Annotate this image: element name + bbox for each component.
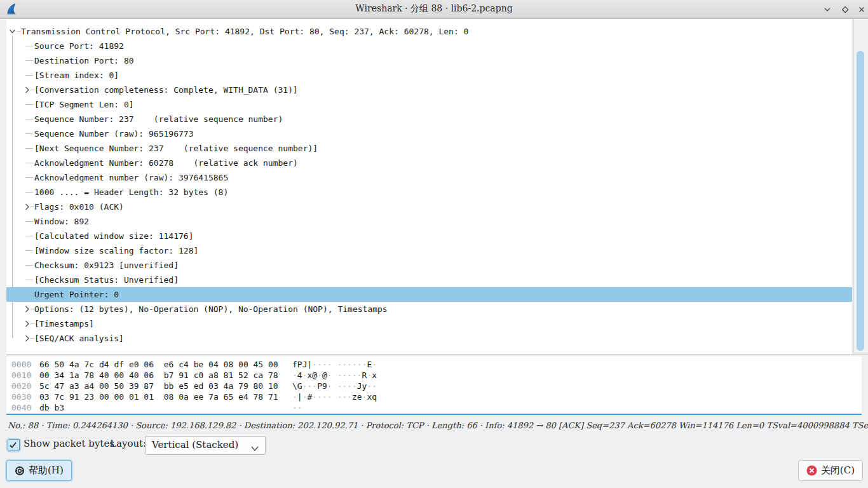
tree-row[interactable]: [Window size scaling factor: 128] xyxy=(6,243,852,258)
tree-row[interactable]: Acknowledgment number (raw): 3976415865 xyxy=(6,170,852,185)
help-button[interactable]: 帮助(H) xyxy=(6,460,72,481)
hex-offset: 0000 xyxy=(11,359,31,370)
hex-ascii: \G···P9· ····Jy·· xyxy=(292,381,377,391)
hex-offset: 0020 xyxy=(11,381,31,391)
tree-row-label: [Checksum Status: Unverified] xyxy=(34,273,179,287)
tree-row[interactable]: Transmission Control Protocol, Src Port:… xyxy=(6,24,852,39)
titlebar: Wireshark · 分组 88 · lib6-2.pcapng xyxy=(0,0,868,19)
tree-row-label: [Conversation completeness: Complete, WI… xyxy=(34,83,298,97)
show-packet-bytes-label: Show packet bytes xyxy=(24,438,114,449)
vertical-scrollbar[interactable] xyxy=(853,19,868,354)
close-button[interactable]: 关闭(C) xyxy=(798,460,863,481)
close-button-label: 关闭(C) xyxy=(821,464,855,477)
hex-bytes: 00 34 1a 78 40 00 40 06 b7 91 c0 a8 81 5… xyxy=(39,370,278,381)
tree-row-label: [TCP Segment Len: 0] xyxy=(34,97,134,112)
minimize-button[interactable] xyxy=(822,4,832,15)
layout-dropdown[interactable]: Vertical (Stacked) xyxy=(145,436,266,455)
hex-ascii: ·|·#···· ···ze·xq xyxy=(292,391,377,402)
tree-row-label: Sequence Number (raw): 965196773 xyxy=(34,126,193,141)
close-window-button[interactable] xyxy=(857,4,867,15)
tree-row-label: 1000 .... = Header Length: 32 bytes (8) xyxy=(34,185,228,200)
hex-ascii: ·· xyxy=(292,402,302,413)
tree-row-label: Urgent Pointer: 0 xyxy=(34,287,119,302)
show-packet-bytes-checkbox[interactable] xyxy=(8,439,20,451)
tree-row-label: Source Port: 41892 xyxy=(34,39,124,53)
hex-bytes: 5c 47 a3 a4 00 50 39 87 bb e5 ed 03 4a 7… xyxy=(39,381,278,391)
hex-row[interactable]: 000066 50 4a 7c d4 df e0 06 e6 c4 be 04 … xyxy=(6,359,862,370)
help-button-label: 帮助(H) xyxy=(29,464,64,477)
tree-row-label: [Stream index: 0] xyxy=(34,68,119,83)
tree-row[interactable]: Window: 892 xyxy=(6,214,852,229)
tree-row[interactable]: Flags: 0x010 (ACK) xyxy=(6,200,852,214)
tree-row[interactable]: [Conversation completeness: Complete, WI… xyxy=(6,83,852,97)
dialog-controls: Show packet bytes Layout: Vertical (Stac… xyxy=(0,436,868,455)
tree-row[interactable]: [Stream index: 0] xyxy=(6,68,852,83)
tree-row-label: Acknowledgment Number: 60278 (relative a… xyxy=(34,156,298,170)
tree-row[interactable]: Checksum: 0x9123 [unverified] xyxy=(6,258,852,273)
packet-detail-tree[interactable]: Transmission Control Protocol, Src Port:… xyxy=(6,19,852,354)
tree-row[interactable]: Acknowledgment Number: 60278 (relative a… xyxy=(6,156,852,170)
tree-row[interactable]: 1000 .... = Header Length: 32 bytes (8) xyxy=(6,185,852,200)
hex-offset: 0010 xyxy=(11,370,31,381)
tree-row-label: Options: (12 bytes), No-Operation (NOP),… xyxy=(34,302,388,316)
hex-bytes: 66 50 4a 7c d4 df e0 06 e6 c4 be 04 08 0… xyxy=(39,359,278,370)
tree-row-label: [SEQ/ACK analysis] xyxy=(34,331,124,346)
vertical-scrollbar-thumb[interactable] xyxy=(857,51,864,351)
tree-row-label: [Window size scaling factor: 128] xyxy=(34,243,198,258)
tree-row[interactable]: [Next Sequence Number: 237 (relative seq… xyxy=(6,141,852,156)
tree-row-label: Destination Port: 80 xyxy=(34,53,134,68)
tree-row-label: Transmission Control Protocol, Src Port:… xyxy=(21,24,468,39)
hex-row[interactable]: 00205c 47 a3 a4 00 50 39 87 bb e5 ed 03 … xyxy=(6,381,862,391)
hex-offset: 0030 xyxy=(11,391,31,402)
hex-bytes: db b3 xyxy=(39,402,64,413)
packet-detail-pane: Transmission Control Protocol, Src Port:… xyxy=(6,19,868,355)
packet-bytes-pane[interactable]: 000066 50 4a 7c d4 df e0 06 e6 c4 be 04 … xyxy=(6,356,862,415)
tree-row[interactable]: Sequence Number (raw): 965196773 xyxy=(6,126,852,141)
tree-row-label: Sequence Number: 237 (relative sequence … xyxy=(34,112,283,126)
help-icon xyxy=(15,466,25,476)
tree-row-label: Flags: 0x010 (ACK) xyxy=(34,200,124,214)
hex-row[interactable]: 001000 34 1a 78 40 00 40 06 b7 91 c0 a8 … xyxy=(6,370,862,381)
layout-label: Layout: xyxy=(110,438,146,449)
tree-row[interactable]: [TCP Segment Len: 0] xyxy=(6,97,852,112)
hex-offset: 0040 xyxy=(11,402,31,413)
tree-row[interactable]: Destination Port: 80 xyxy=(6,53,852,68)
checkmark-icon xyxy=(9,441,17,449)
hex-ascii: ·4·x@·@· ·····R·x xyxy=(292,370,377,381)
hex-row[interactable]: 0040db b3·· xyxy=(6,402,862,413)
hex-ascii: fPJ|···· ······E· xyxy=(292,359,377,370)
tree-row[interactable]: Source Port: 41892 xyxy=(6,39,852,53)
tree-row-label: Window: 892 xyxy=(34,214,89,229)
close-red-icon xyxy=(806,465,817,476)
tree-row[interactable]: [Timestamps] xyxy=(6,316,852,331)
tree-row-label: [Timestamps] xyxy=(34,316,94,331)
tree-row[interactable]: [SEQ/ACK analysis] xyxy=(6,331,852,346)
layout-dropdown-value: Vertical (Stacked) xyxy=(152,439,238,451)
hex-bytes: 03 7c 91 23 00 00 01 01 08 0a ee 7a 65 e… xyxy=(39,391,278,402)
tree-row-label: Acknowledgment number (raw): 3976415865 xyxy=(34,170,228,185)
maximize-button[interactable] xyxy=(840,4,850,15)
tree-row[interactable]: [Calculated window size: 114176] xyxy=(6,229,852,243)
tree-row[interactable]: Sequence Number: 237 (relative sequence … xyxy=(6,112,852,126)
hex-row[interactable]: 003003 7c 91 23 00 00 01 01 08 0a ee 7a … xyxy=(6,391,862,402)
window-title: Wireshark · 分组 88 · lib6-2.pcapng xyxy=(0,3,868,15)
tree-row-label: [Calculated window size: 114176] xyxy=(34,229,193,243)
tree-row[interactable]: Urgent Pointer: 0 xyxy=(6,287,852,302)
tree-row[interactable]: [Checksum Status: Unverified] xyxy=(6,273,852,287)
tree-row-label: Checksum: 0x9123 [unverified] xyxy=(34,258,179,273)
tree-row[interactable]: Options: (12 bytes), No-Operation (NOP),… xyxy=(6,302,852,316)
packet-summary-status: No.: 88 · Time: 0.244264130 · Source: 19… xyxy=(8,421,862,432)
chevron-down-icon xyxy=(250,442,259,454)
tree-row-label: [Next Sequence Number: 237 (relative seq… xyxy=(34,141,318,156)
